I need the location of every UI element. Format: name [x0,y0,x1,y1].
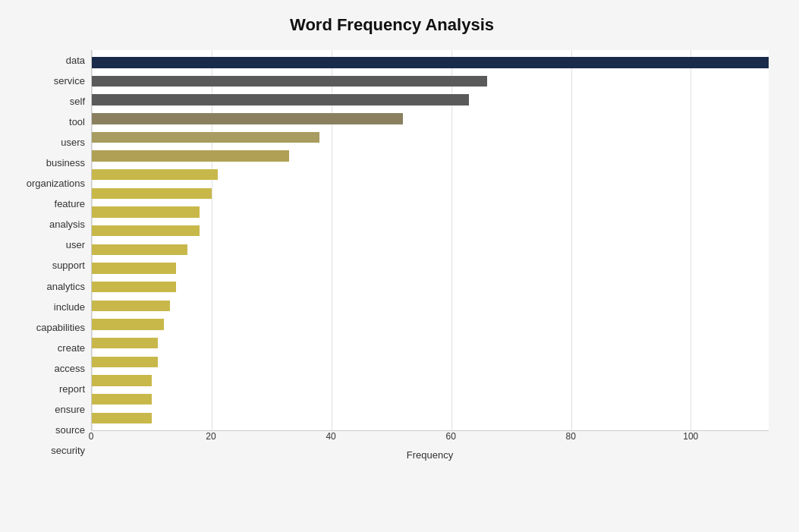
bar-row [92,315,769,334]
y-label: capabilities [36,323,85,332]
bar-row [92,334,769,353]
y-label: support [52,260,85,270]
y-label: report [59,384,85,394]
bar-row [92,353,769,372]
bars-rows [92,50,769,430]
chart-container: Word Frequency Analysis dataserviceselft… [0,0,799,532]
bar [92,76,487,87]
bar [92,188,212,199]
bar-row [92,390,769,409]
y-label: user [66,240,85,250]
bars-and-x: 020406080100 Frequency [91,50,769,461]
bar-row [92,165,769,184]
x-tick: 60 [443,431,458,442]
y-label: include [54,302,85,312]
y-labels: dataserviceselftoolusersbusinessorganiza… [15,50,91,461]
y-label: self [70,96,85,106]
bar [92,413,152,423]
bar-row [92,53,769,72]
bar-row [92,184,769,203]
x-tick: 80 [563,431,578,442]
chart-area: dataserviceselftoolusersbusinessorganiza… [15,50,769,461]
y-label: analysis [49,219,85,229]
bar [92,319,164,329]
bar [92,94,469,105]
bar [92,263,176,273]
y-label: business [46,158,85,168]
bar-row [92,203,769,222]
y-label: feature [55,199,85,209]
bar-row [92,241,769,260]
y-label: tool [69,117,85,127]
bar [92,206,200,217]
bar [92,57,769,68]
bar [92,357,158,367]
bar-row [92,278,769,297]
bar [92,282,176,292]
bar-row [92,408,769,427]
bar [92,169,218,180]
y-label: service [54,76,85,86]
bar [92,244,187,255]
bar [92,338,158,348]
bar [92,132,319,143]
x-tick: 0 [83,431,99,442]
bar-row [92,72,769,91]
bar [92,225,200,236]
y-label: ensure [55,405,85,414]
bar-row [92,146,769,165]
bar [92,150,289,161]
y-label: analytics [46,282,85,291]
bar [92,301,170,311]
bar-row [92,109,769,128]
bar-row [92,222,769,241]
y-label: data [66,55,85,65]
bar-row [92,259,769,278]
bar [92,375,152,386]
y-label: security [51,445,85,455]
x-tick: 100 [683,431,698,442]
bar-row [92,371,769,390]
x-axis: 020406080100 [91,431,769,446]
y-label: users [61,137,85,147]
x-axis-label: Frequency [91,449,769,461]
x-tick: 20 [203,431,219,442]
bar [92,394,152,405]
bar [92,113,403,124]
y-label: source [55,425,85,435]
y-label: access [55,364,85,373]
y-label: create [58,343,85,353]
bars-area [91,50,769,431]
bar-row [92,128,769,147]
x-tick: 40 [323,431,338,442]
bar-row [92,90,769,109]
y-label: organizations [27,178,85,188]
bar-row [92,297,769,316]
chart-title: Word Frequency Analysis [15,15,769,35]
